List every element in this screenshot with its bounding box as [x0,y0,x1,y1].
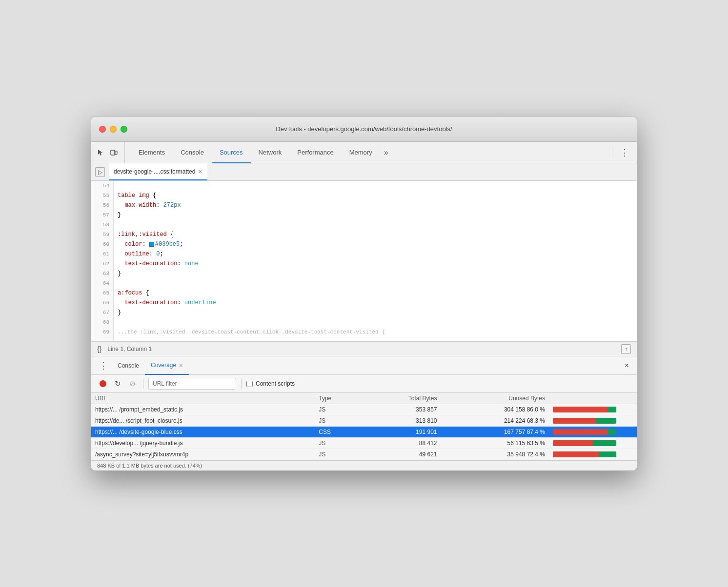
code-line: text-decoration: none [118,259,633,269]
bar-unused [596,418,616,424]
bar-used [553,429,608,435]
scroll-to-top-button[interactable]: ↑ [621,344,631,354]
table-row[interactable]: https://... /devsite-google-blue.css CSS… [91,427,637,438]
toolbar-icons [95,142,125,163]
code-line: color: #039be5; [118,239,633,249]
tab-performance[interactable]: Performance [289,142,341,163]
bar-used [553,440,593,446]
cell-bar [549,427,637,438]
coverage-table-body: https://... /prompt_embed_static.js JS 3… [91,404,637,460]
close-panel-button[interactable]: × [621,359,633,372]
cell-url: /async_survey?site=ylj5ifxusvvmr4p [91,449,315,460]
cell-bar [549,449,637,460]
col-bar [549,393,637,404]
separator [241,379,242,389]
table-row[interactable]: https://... /prompt_embed_static.js JS 3… [91,404,637,415]
bottom-panel-tabs: ⋮ Console Coverage × × [91,356,637,375]
file-tab-label: devsite-google-....css:formatted [114,168,195,175]
tab-elements[interactable]: Elements [131,142,173,163]
bar-unused [599,451,616,457]
editor-status-bar: {} Line 1, Column 1 ↑ [91,342,637,356]
bar-unused [607,407,616,412]
tab-memory[interactable]: Memory [342,142,380,163]
tab-sources[interactable]: Sources [212,142,251,163]
file-tab-close[interactable]: × [198,168,202,176]
cell-bar [549,404,637,415]
separator [612,147,612,158]
close-button[interactable] [99,126,106,133]
cell-total-bytes: 49 621 [360,449,441,460]
code-line [118,317,633,327]
cell-total-bytes: 313 810 [360,415,441,427]
col-total-bytes[interactable]: Total Bytes [360,393,441,404]
window-title: DevTools - developers.google.com/web/too… [276,125,452,133]
cell-total-bytes: 353 857 [360,404,441,415]
tab-coverage[interactable]: Coverage × [145,357,189,375]
code-content[interactable]: table img { max-width: 272px } :link,:vi… [114,181,637,341]
url-filter-input[interactable] [148,378,236,390]
panel-toggle-icon[interactable]: ▷ [95,167,105,177]
col-unused-bytes[interactable]: Unused Bytes [441,393,549,404]
code-line: max-width: 272px [118,200,633,210]
table-row[interactable]: https://develop... /jquery-bundle.js JS … [91,438,637,449]
clear-icon: ⊘ [129,379,136,388]
table-row[interactable]: /async_survey?site=ylj5ifxusvvmr4p JS 49… [91,449,637,460]
tab-network[interactable]: Network [251,142,290,163]
devtools-panel: Elements Console Sources Network Perform… [91,142,637,470]
maximize-button[interactable] [121,126,127,133]
cell-type: CSS [315,427,360,438]
svg-rect-0 [111,150,115,155]
coverage-toolbar: ↻ ⊘ Content scripts [91,375,637,393]
code-line: } [118,308,633,317]
code-line [118,220,633,230]
cell-url: https://... /prompt_embed_static.js [91,404,315,415]
record-icon [100,380,106,387]
more-tabs-button[interactable]: » [380,148,392,157]
cell-bar [549,415,637,427]
refresh-icon: ↻ [115,379,121,388]
record-button[interactable] [97,378,109,390]
device-icon[interactable] [109,148,119,157]
tab-console-bottom[interactable]: Console [112,356,145,374]
main-tab-bar: Elements Console Sources Network Perform… [91,142,637,163]
bar-unused [593,440,616,446]
code-editor: 54 55 56 57 58 59 60 61 62 63 64 65 66 6… [91,181,637,342]
content-scripts-checkbox[interactable] [246,381,253,387]
clear-button[interactable]: ⊘ [126,378,138,390]
bar-used [553,418,596,424]
cell-total-bytes: 191 901 [360,427,441,438]
cell-url: https://de... /script_foot_closure.js [91,415,315,427]
devtools-menu-button[interactable]: ⋮ [616,145,633,160]
cursor-icon[interactable] [95,148,105,157]
tab-console[interactable]: Console [173,142,212,163]
svg-rect-1 [115,151,117,155]
cell-url: https://... /devsite-google-blue.css [91,427,315,438]
content-scripts-checkbox-label[interactable]: Content scripts [246,380,295,387]
coverage-table-container: URL Type Total Bytes Unused Bytes https:… [91,393,637,460]
status-text: 848 KB of 1.1 MB bytes are not used. (74… [97,463,202,469]
cell-type: JS [315,438,360,449]
separator [143,379,143,389]
bottom-panel: ⋮ Console Coverage × × ↻ ⊘ [91,356,637,470]
file-tab-active[interactable]: devsite-google-....css:formatted × [109,163,207,180]
close-coverage-tab[interactable]: × [179,362,183,369]
cell-type: JS [315,449,360,460]
cell-unused-bytes: 167 757 87.4 % [441,427,549,438]
format-icon[interactable]: {} [97,345,101,353]
col-url[interactable]: URL [91,393,315,404]
devtools-window: DevTools - developers.google.com/web/too… [91,116,637,471]
col-type[interactable]: Type [315,393,360,404]
code-line: :link,:visited { [118,230,633,239]
panel-more-button[interactable]: ⋮ [95,358,112,373]
traffic-lights [99,126,127,133]
cell-unused-bytes: 214 224 68.3 % [441,415,549,427]
cell-type: JS [315,404,360,415]
editor-position: Line 1, Column 1 [107,346,152,352]
cell-unused-bytes: 304 158 86.0 % [441,404,549,415]
table-row[interactable]: https://de... /script_foot_closure.js JS… [91,415,637,427]
code-line: text-decoration: underline [118,298,633,308]
cell-total-bytes: 88 412 [360,438,441,449]
table-header: URL Type Total Bytes Unused Bytes [91,393,637,404]
minimize-button[interactable] [110,126,117,133]
refresh-button[interactable]: ↻ [112,378,123,390]
